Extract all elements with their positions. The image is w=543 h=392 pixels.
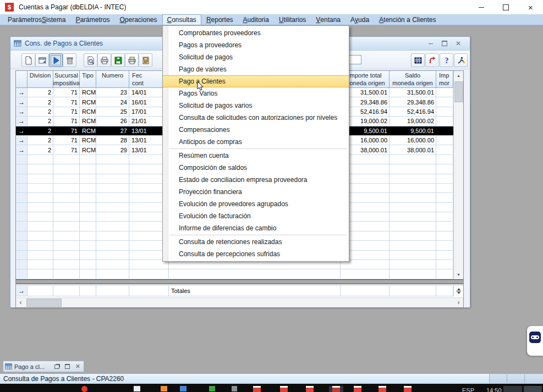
grid-cell-indicator bbox=[16, 203, 28, 212]
dropdown-item-composicion-de-saldos[interactable]: Composición de saldos bbox=[163, 162, 349, 174]
new-record-button[interactable] bbox=[21, 53, 35, 67]
scroll-up-button[interactable]: ▲ bbox=[454, 71, 463, 80]
close-button[interactable]: × bbox=[518, 0, 543, 14]
totals-spinner[interactable] bbox=[453, 286, 463, 296]
menu-ventana[interactable]: Ventana bbox=[311, 14, 345, 25]
maximize-button[interactable] bbox=[493, 0, 518, 14]
dropdown-item-consulta-de-solicitudes-con-autorizaciones-por-niveles[interactable]: Consulta de solicitudes con autorizacion… bbox=[163, 112, 349, 124]
mdi-maximize-button[interactable] bbox=[441, 40, 448, 47]
menu-ayuda[interactable]: Ayuda bbox=[345, 14, 374, 25]
taskbar-icon[interactable] bbox=[81, 386, 87, 392]
taskbar-icon[interactable] bbox=[280, 386, 288, 392]
help-button[interactable]: ? bbox=[440, 53, 453, 67]
exit-run-button[interactable] bbox=[454, 53, 468, 67]
dropdown-item-pago-a-clientes[interactable]: Pago a Clientes bbox=[163, 75, 349, 87]
report-book-button[interactable] bbox=[139, 53, 152, 67]
menu-parametros[interactable]: Parámetros bbox=[70, 14, 114, 25]
edit-record-button[interactable] bbox=[35, 53, 49, 67]
menu-reportes[interactable]: Reportes bbox=[201, 14, 238, 25]
remote-support-tab[interactable] bbox=[527, 326, 543, 356]
minimized-window-pago-a-clientes[interactable]: Pago a cl... ✕ bbox=[3, 361, 84, 372]
column-header-imp_partial[interactable]: Impmor bbox=[436, 71, 453, 88]
table-row-empty[interactable] bbox=[16, 269, 453, 279]
taskbar-icon[interactable] bbox=[306, 386, 314, 392]
grid-cell-division bbox=[28, 193, 53, 202]
dropdown-item-evolucion-de-facturacion[interactable]: Evolución de facturación bbox=[163, 210, 349, 222]
dropdown-item-pagos-a-proveedores[interactable]: Pagos a proveedores bbox=[163, 39, 349, 51]
dropdown-item-resumen-cuenta[interactable]: Resúmen cuenta bbox=[163, 150, 349, 162]
print-preview-button[interactable] bbox=[84, 53, 97, 67]
taskbar-icon[interactable] bbox=[253, 386, 261, 392]
language-indicator[interactable]: ESP bbox=[462, 387, 474, 392]
dropdown-item-anticipos-de-compras[interactable]: Anticipos de compras bbox=[163, 136, 349, 148]
scroll-left-button[interactable]: ‹ bbox=[16, 298, 25, 307]
save-button[interactable] bbox=[111, 53, 125, 67]
dropdown-item-pago-de-valores[interactable]: Pago de valores bbox=[163, 63, 349, 75]
vertical-scroll-thumb[interactable] bbox=[454, 81, 463, 102]
mdi-close-button[interactable]: ✕ bbox=[454, 40, 462, 47]
minimize-button[interactable] bbox=[469, 0, 493, 14]
menu-operaciones[interactable]: Operaciones bbox=[114, 14, 162, 25]
dropdown-item-consulta-de-retenciones-realizadas[interactable]: Consulta de retenciones realizadas bbox=[163, 236, 349, 248]
dropdown-item-comprobantes-proveedores[interactable]: Comprobantes proveedores bbox=[163, 27, 349, 39]
column-header-numero[interactable]: Numero bbox=[96, 71, 129, 88]
dropdown-item-solicitud-de-pagos[interactable]: Solicitud de pagos bbox=[163, 51, 349, 63]
grid-cell-indicator bbox=[16, 231, 28, 240]
taskbar-icon[interactable] bbox=[354, 386, 361, 392]
taskbar-icon[interactable] bbox=[161, 386, 167, 391]
column-header-indicator[interactable] bbox=[16, 71, 28, 88]
print-button[interactable] bbox=[97, 53, 111, 67]
run-query-button[interactable] bbox=[49, 53, 63, 67]
maximize-button[interactable] bbox=[65, 364, 70, 369]
mdi-minimize-button[interactable] bbox=[427, 40, 435, 47]
grid-cell-division bbox=[28, 203, 53, 212]
column-header-saldo[interactable]: Saldomoneda origen bbox=[390, 71, 436, 88]
restore-button[interactable] bbox=[54, 365, 59, 369]
delete-record-button[interactable] bbox=[63, 53, 76, 67]
taskbar-icon[interactable] bbox=[209, 386, 215, 391]
grid-view-button[interactable] bbox=[411, 53, 425, 67]
dropdown-item-pagos-varios[interactable]: Pagos Varios bbox=[163, 87, 349, 100]
dropdown-item-estado-de-conciliacion-empresa-proveedora[interactable]: Estado de conciliacion empresa proveedor… bbox=[163, 174, 349, 186]
menu-parametros-sistema[interactable]: Parámetros Sistema bbox=[3, 14, 70, 25]
print-color-button[interactable] bbox=[125, 53, 139, 67]
dropdown-item-informe-de-diferencias-de-cambio[interactable]: Informe de diferencias de cambio bbox=[163, 222, 349, 234]
grid-cell-division bbox=[28, 164, 53, 173]
menu-auditoria[interactable]: Auditoria bbox=[238, 14, 274, 25]
column-header-division[interactable]: Division bbox=[28, 71, 53, 88]
taskbar-icon[interactable] bbox=[404, 386, 412, 392]
taskbar-icon[interactable] bbox=[232, 386, 237, 391]
grid-cell-numero bbox=[96, 251, 129, 260]
grid-cell-imp_partial bbox=[436, 174, 453, 183]
menu-utilitarios[interactable]: Utilitarios bbox=[274, 14, 311, 25]
horizontal-scroll-thumb[interactable] bbox=[26, 299, 62, 307]
taskbar-icon[interactable] bbox=[379, 386, 386, 392]
taskbar-icon[interactable] bbox=[180, 386, 187, 391]
dropdown-item-compensaciones[interactable]: Compensaciones bbox=[163, 124, 349, 136]
grid-cell-sucursal bbox=[53, 203, 80, 212]
dropdown-item-consulta-de-percepciones-sufridas[interactable]: Consulta de percepciones sufridas bbox=[163, 248, 349, 260]
dropdown-item-evolucion-de-proveedores-agrupados[interactable]: Evolución de proveedores agrupados bbox=[163, 198, 349, 210]
os-taskbar[interactable]: ESP 14:50 bbox=[0, 384, 543, 392]
taskbar-icon[interactable] bbox=[503, 386, 522, 392]
dropdown-item-solicitud-de-pagos-varios[interactable]: Solicitud de pagos varios bbox=[163, 100, 349, 112]
undo-button[interactable] bbox=[425, 53, 439, 67]
grid-cell-sucursal bbox=[53, 155, 80, 164]
scroll-right-button[interactable]: › bbox=[454, 298, 463, 307]
taskbar-icon[interactable] bbox=[134, 386, 140, 391]
horizontal-scrollbar[interactable]: ‹ › bbox=[16, 297, 463, 307]
taskbar-icon[interactable] bbox=[524, 386, 542, 392]
column-header-sucursal[interactable]: Sucursalimpositiva bbox=[53, 71, 80, 88]
vertical-scrollbar[interactable]: ▲ ▼ bbox=[453, 71, 463, 279]
taskbar-icon[interactable] bbox=[332, 386, 340, 392]
grid-cell-tipo bbox=[80, 260, 96, 269]
grid-cell-numero bbox=[96, 155, 129, 164]
scroll-down-button[interactable]: ▼ bbox=[454, 270, 463, 279]
close-button[interactable]: ✕ bbox=[75, 363, 80, 369]
clock[interactable]: 14:50 bbox=[486, 387, 502, 392]
dropdown-item-proyeccion-financiera[interactable]: Proyección financiera bbox=[163, 186, 349, 198]
grid-cell-division bbox=[28, 155, 53, 164]
column-header-tipo[interactable]: Tipo bbox=[80, 71, 96, 88]
menu-atencion-a-clientes[interactable]: Atención a Clientes bbox=[374, 14, 441, 25]
menu-consultas[interactable]: Consultas bbox=[162, 14, 201, 25]
